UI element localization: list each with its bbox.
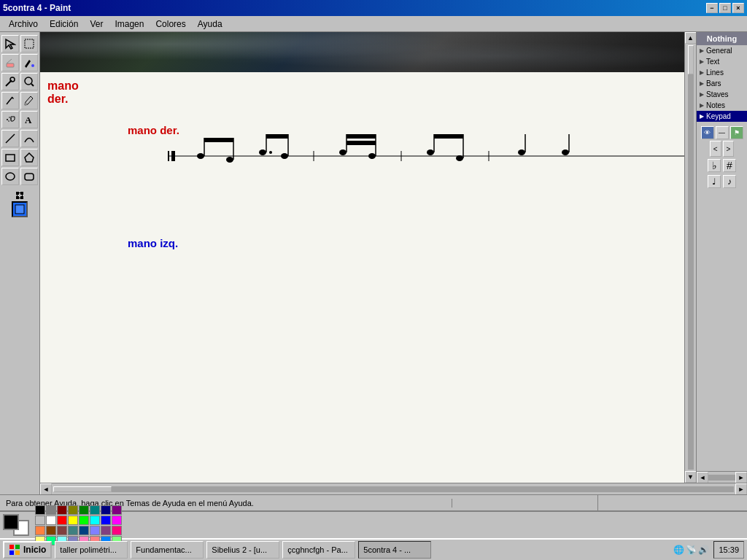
tool-airbrush[interactable] [1,111,19,128]
minimize-button[interactable]: − [706,3,718,13]
tool-polygon[interactable] [20,149,38,166]
taskbar-item-3[interactable]: çcghncfgh - Pa... [282,541,355,559]
tool-eyedropper[interactable] [1,73,19,90]
close-button[interactable]: × [732,3,744,13]
tool-brush[interactable] [20,92,38,109]
tool-select[interactable] [1,35,19,52]
svg-line-18 [6,134,15,143]
menu-edicion[interactable]: Edición [44,18,84,31]
panel-scroll-left[interactable]: ◄ [697,472,708,483]
svg-point-14 [9,117,10,118]
scroll-left-button[interactable]: ◄ [40,483,52,495]
color-swatch[interactable] [90,505,100,515]
color-swatch[interactable] [90,516,100,525]
tool-magnify[interactable] [20,73,38,90]
color-swatch[interactable] [46,505,56,515]
panel-item-general[interactable]: ▶ General [697,45,747,56]
color-swatch[interactable] [68,505,78,515]
panel-item-notes[interactable]: ▶ Notes [697,100,747,111]
panel-item-bars[interactable]: ▶ Bars [697,78,747,89]
taskbar-item-4[interactable]: 5contra 4 - ... [358,541,431,559]
kp-flat-btn[interactable]: ♭ [708,159,721,172]
color-swatch[interactable] [35,505,45,515]
color-swatch[interactable] [57,505,67,515]
systray-icon-1: 🌐 [673,545,684,555]
scroll-down-button[interactable]: ▼ [685,471,697,483]
kp-flag-btn[interactable]: ⚑ [730,126,743,139]
canvas-area[interactable]: mano der. mano der. [40,32,684,483]
title-bar-buttons: − □ × [706,3,744,13]
tool-eraser[interactable] [1,54,19,71]
color-swatch[interactable] [112,505,122,515]
color-swatch[interactable] [79,516,89,525]
svg-marker-20 [25,153,34,162]
svg-point-39 [339,149,347,155]
menu-ayuda[interactable]: Ayuda [192,18,228,31]
clock: 15:39 [713,541,744,559]
h-scroll-thumb[interactable] [53,486,112,492]
tool-rounded-rect[interactable] [20,168,38,185]
color-swatch[interactable] [57,516,67,525]
scroll-up-button[interactable]: ▲ [685,32,697,44]
start-button[interactable]: Inicio [3,541,52,559]
color-swatch[interactable] [46,526,56,535]
panel-item-text[interactable]: ▶ Text [697,56,747,67]
kp-next-btn[interactable]: > [723,141,735,157]
mano-izq-text: mano izq. [128,237,178,249]
kp-prev-btn[interactable]: < [710,141,721,157]
kp-dash-btn[interactable]: — [716,126,729,139]
scroll-right-button[interactable]: ► [735,483,747,495]
color-swatch[interactable] [79,505,89,515]
color-swatch[interactable] [90,526,100,535]
taskbar-item-0[interactable]: taller polimétri... [55,541,128,559]
tool-ellipse[interactable] [1,168,19,185]
svg-point-48 [456,155,463,161]
maximize-button[interactable]: □ [719,3,731,13]
menu-archivo[interactable]: Archivo [3,18,44,31]
tool-pencil[interactable] [1,92,19,109]
panel-scroll-right[interactable]: ► [735,472,747,483]
panel-item-keypad[interactable]: ▶ Keypad [697,111,747,122]
foreground-color-box[interactable] [3,514,19,530]
color-swatch[interactable] [35,526,45,535]
color-swatch[interactable] [101,516,111,525]
tool-curve[interactable] [20,130,38,147]
svg-line-10 [7,97,12,104]
tool-selection-mode[interactable] [12,201,28,217]
menu-colores[interactable]: Colores [150,18,191,31]
systray-icon-2: 📡 [686,545,697,555]
tool-fill[interactable] [20,54,38,71]
tool-rect[interactable] [1,149,19,166]
color-swatch[interactable] [79,526,89,535]
taskbar-item-1[interactable]: Fundamentac... [131,541,204,559]
kp-eighth-btn[interactable]: ♪ [723,175,736,188]
panel-item-lines[interactable]: ▶ Lines [697,67,747,78]
color-swatch[interactable] [35,516,45,525]
kp-sharp-btn[interactable]: # [723,159,736,172]
kp-quarter-btn[interactable]: ♩ [708,175,721,188]
color-swatch[interactable] [46,516,56,525]
menu-ver[interactable]: Ver [84,18,109,31]
color-swatch[interactable] [101,526,111,535]
sheet-music: mano der. mano der. [40,72,684,365]
color-swatch[interactable] [68,516,78,525]
kp-eye-btn[interactable]: 👁 [701,126,714,139]
svg-marker-50 [434,134,463,139]
color-swatch[interactable] [68,526,78,535]
tool-text[interactable]: A [20,111,38,128]
taskbar-item-2[interactable]: Sibelius 2 - [u... [206,541,279,559]
color-swatch[interactable] [112,516,122,525]
color-swatch[interactable] [57,526,67,535]
tool-select-rect[interactable] [20,35,38,52]
color-swatch[interactable] [112,526,122,535]
menu-imagen[interactable]: Imagen [109,18,150,31]
svg-point-52 [518,149,525,155]
svg-rect-57 [9,545,14,549]
tool-line[interactable] [1,130,19,147]
h-scroll-track[interactable] [53,486,734,492]
panel-item-staves[interactable]: ▶ Staves [697,89,747,100]
v-scroll-thumb[interactable] [688,45,694,74]
color-swatch[interactable] [101,505,111,515]
v-scroll-track[interactable] [688,45,694,470]
taskbar: Inicio taller polimétri... Fundamentac..… [0,538,747,560]
